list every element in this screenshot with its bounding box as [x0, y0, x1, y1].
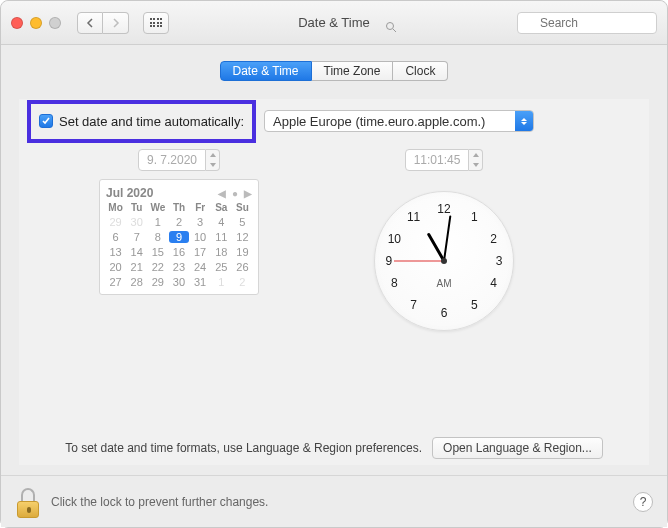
calendar-day[interactable]: 17	[191, 246, 210, 258]
calendar-day[interactable]: 3	[191, 216, 210, 228]
auto-date-time-label: Set date and time automatically:	[59, 114, 244, 129]
calendar-day[interactable]: 12	[233, 231, 252, 243]
auto-date-time-checkbox[interactable]	[39, 114, 53, 128]
calendar-day[interactable]: 13	[106, 246, 125, 258]
calendar-day[interactable]: 27	[106, 276, 125, 288]
calendar-day[interactable]: 29	[148, 276, 167, 288]
calendar-day[interactable]: 5	[233, 216, 252, 228]
chevron-left-icon	[86, 18, 94, 28]
clock-num-10: 10	[388, 232, 401, 246]
calendar-day-out[interactable]: 1	[212, 276, 231, 288]
clock-num-3: 3	[496, 254, 503, 268]
calendar-day[interactable]: 7	[127, 231, 146, 243]
search-input[interactable]	[517, 12, 657, 34]
auto-row: Set date and time automatically: Apple E…	[19, 99, 649, 143]
nav-buttons	[77, 12, 129, 34]
hint-row: To set date and time formats, use Langua…	[19, 431, 649, 465]
zoom-window-button	[49, 17, 61, 29]
dropdown-arrow-icon	[515, 111, 533, 131]
tab-clock[interactable]: Clock	[393, 61, 448, 81]
calendar-day[interactable]: 14	[127, 246, 146, 258]
calendar-day[interactable]: 11	[212, 231, 231, 243]
calendar-day[interactable]: 30	[169, 276, 188, 288]
calendar-day[interactable]: 24	[191, 261, 210, 273]
time-server-value: Apple Europe (time.euro.apple.com.)	[273, 114, 485, 129]
calendar-today-button[interactable]: ●	[232, 188, 238, 199]
content-area: Date & Time Time Zone Clock Set date and…	[1, 45, 667, 475]
calendar-day[interactable]: 2	[169, 216, 188, 228]
calendar-day[interactable]: 26	[233, 261, 252, 273]
time-stepper[interactable]	[469, 149, 483, 171]
time-column: 11:01:45 12 1 2 3 4 5 6 7 8 9 10	[279, 149, 609, 331]
tab-time-zone[interactable]: Time Zone	[312, 61, 394, 81]
clock-num-1: 1	[471, 210, 478, 224]
clock-center-pin	[441, 258, 447, 264]
calendar-day[interactable]: 4	[212, 216, 231, 228]
calendar-day[interactable]: 20	[106, 261, 125, 273]
show-all-button[interactable]	[143, 12, 169, 34]
lock-icon[interactable]	[15, 486, 41, 518]
analog-clock: 12 1 2 3 4 5 6 7 8 9 10 11 AM	[374, 191, 514, 331]
open-language-region-button[interactable]: Open Language & Region...	[432, 437, 603, 459]
help-button[interactable]: ?	[633, 492, 653, 512]
calendar-dow: Tu	[127, 202, 146, 213]
calendar-day[interactable]: 6	[106, 231, 125, 243]
calendar-day[interactable]: 9	[169, 231, 188, 243]
date-input[interactable]: 9. 7.2020	[138, 149, 206, 171]
calendar-day[interactable]: 23	[169, 261, 188, 273]
calendar-day[interactable]: 8	[148, 231, 167, 243]
svg-point-0	[387, 22, 394, 29]
calendar-day[interactable]: 1	[148, 216, 167, 228]
calendar-month-label: Jul 2020	[106, 186, 153, 200]
calendar-day[interactable]: 18	[212, 246, 231, 258]
calendar-day-out[interactable]: 2	[233, 276, 252, 288]
clock-num-11: 11	[407, 210, 420, 224]
calendar-grid: MoTuWeThFrSaSu29301234567891011121314151…	[106, 202, 252, 288]
clock-num-4: 4	[490, 276, 497, 290]
calendar-dow: We	[148, 202, 167, 213]
calendar-day[interactable]: 19	[233, 246, 252, 258]
calendar-day[interactable]: 21	[127, 261, 146, 273]
calendar-dow: Fr	[191, 202, 210, 213]
mid-row: 9. 7.2020 Jul 2020 ◀ ● ▶ MoTuWeThF	[19, 143, 649, 331]
time-stepper-field: 11:01:45	[405, 149, 484, 171]
forward-button[interactable]	[103, 12, 129, 34]
calendar-day[interactable]: 28	[127, 276, 146, 288]
minute-hand	[443, 215, 451, 261]
tab-date-time[interactable]: Date & Time	[220, 61, 312, 81]
date-stepper[interactable]	[206, 149, 220, 171]
clock-num-7: 7	[410, 298, 417, 312]
minimize-window-button[interactable]	[30, 17, 42, 29]
calendar-day-out[interactable]: 29	[106, 216, 125, 228]
calendar-prev-button[interactable]: ◀	[218, 188, 226, 199]
calendar-dow: Mo	[106, 202, 125, 213]
date-column: 9. 7.2020 Jul 2020 ◀ ● ▶ MoTuWeThF	[99, 149, 259, 331]
time-input[interactable]: 11:01:45	[405, 149, 470, 171]
calendar-day[interactable]: 16	[169, 246, 188, 258]
hint-text: To set date and time formats, use Langua…	[65, 441, 422, 455]
back-button[interactable]	[77, 12, 103, 34]
calendar-day[interactable]: 25	[212, 261, 231, 273]
clock-num-5: 5	[471, 298, 478, 312]
calendar-dow: Th	[169, 202, 188, 213]
footer: Click the lock to prevent further change…	[1, 475, 667, 527]
calendar-dow: Sa	[212, 202, 231, 213]
lock-hint-text: Click the lock to prevent further change…	[51, 495, 268, 509]
clock-num-2: 2	[490, 232, 497, 246]
calendar-day[interactable]: 22	[148, 261, 167, 273]
close-window-button[interactable]	[11, 17, 23, 29]
calendar-day-out[interactable]: 30	[127, 216, 146, 228]
calendar-next-button[interactable]: ▶	[244, 188, 252, 199]
titlebar: Date & Time	[1, 1, 667, 45]
chevron-right-icon	[112, 18, 120, 28]
svg-line-1	[393, 29, 396, 32]
calendar-day[interactable]: 10	[191, 231, 210, 243]
clock-num-12: 12	[437, 202, 450, 216]
grid-icon	[150, 18, 163, 27]
preferences-window: Date & Time Date & Time Time Zone Clock …	[0, 0, 668, 528]
calendar-day[interactable]: 31	[191, 276, 210, 288]
time-server-dropdown[interactable]: Apple Europe (time.euro.apple.com.)	[264, 110, 534, 132]
calendar-dow: Su	[233, 202, 252, 213]
calendar-day[interactable]: 15	[148, 246, 167, 258]
clock-ampm: AM	[437, 278, 452, 289]
